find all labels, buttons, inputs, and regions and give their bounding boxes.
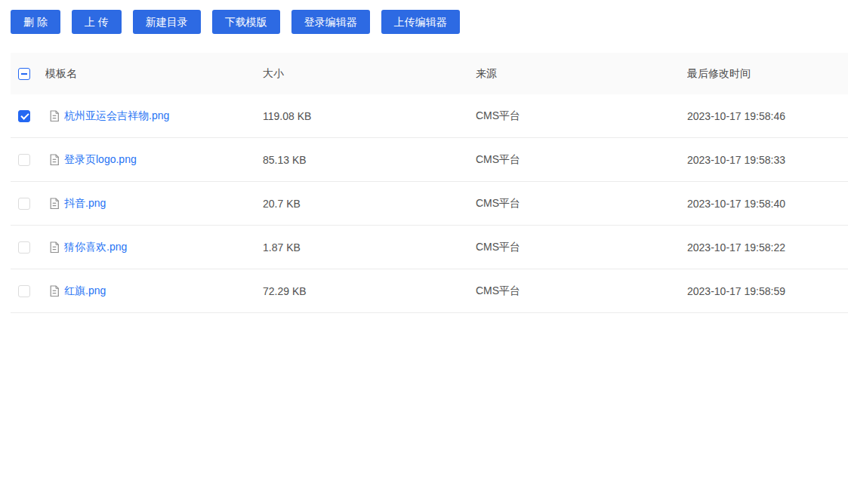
row-checkbox-cell bbox=[11, 285, 45, 297]
row-checkbox[interactable] bbox=[18, 198, 30, 210]
row-checkbox-cell bbox=[11, 110, 45, 122]
file-modified-cell: 2023-10-17 19:58:40 bbox=[687, 198, 848, 210]
file-size-cell: 85.13 KB bbox=[263, 154, 476, 166]
header-checkbox-cell bbox=[11, 68, 45, 80]
table-body: 杭州亚运会吉祥物.png 119.08 KB CMS平台 2023-10-17 … bbox=[11, 94, 848, 313]
row-checkbox[interactable] bbox=[18, 154, 30, 166]
file-modified-cell: 2023-10-17 19:58:46 bbox=[687, 110, 848, 122]
file-document-icon bbox=[49, 198, 60, 210]
row-checkbox[interactable] bbox=[18, 110, 30, 122]
row-checkbox[interactable] bbox=[18, 285, 30, 297]
column-header-modified: 最后修改时间 bbox=[687, 67, 848, 81]
file-modified-cell: 2023-10-17 19:58:22 bbox=[687, 241, 848, 254]
column-header-name: 模板名 bbox=[45, 67, 263, 81]
table-row: 登录页logo.png 85.13 KB CMS平台 2023-10-17 19… bbox=[11, 138, 848, 182]
file-name-link[interactable]: 红旗.png bbox=[64, 284, 106, 298]
file-modified-cell: 2023-10-17 19:58:33 bbox=[687, 154, 848, 166]
file-size-cell: 1.87 KB bbox=[263, 241, 476, 254]
file-source-cell: CMS平台 bbox=[476, 284, 687, 298]
column-header-source: 来源 bbox=[476, 67, 687, 81]
file-name-link[interactable]: 猜你喜欢.png bbox=[64, 241, 127, 254]
login-editor-button[interactable]: 登录编辑器 bbox=[291, 10, 370, 34]
upload-button[interactable]: 上 传 bbox=[72, 10, 122, 34]
column-header-size: 大小 bbox=[263, 67, 476, 81]
toolbar: 删 除 上 传 新建目录 下载模版 登录编辑器 上传编辑器 bbox=[0, 0, 848, 34]
row-checkbox-cell bbox=[11, 241, 45, 254]
table-row: 红旗.png 72.29 KB CMS平台 2023-10-17 19:58:5… bbox=[11, 269, 848, 313]
download-template-button[interactable]: 下载模版 bbox=[212, 10, 280, 34]
file-source-cell: CMS平台 bbox=[476, 153, 687, 167]
file-name-cell: 杭州亚运会吉祥物.png bbox=[45, 109, 263, 123]
row-checkbox-cell bbox=[11, 154, 45, 166]
table-row: 猜你喜欢.png 1.87 KB CMS平台 2023-10-17 19:58:… bbox=[11, 226, 848, 269]
file-document-icon bbox=[49, 154, 60, 166]
file-document-icon bbox=[49, 285, 60, 297]
file-size-cell: 72.29 KB bbox=[263, 285, 476, 297]
file-name-cell: 猜你喜欢.png bbox=[45, 241, 263, 254]
new-directory-button[interactable]: 新建目录 bbox=[133, 10, 201, 34]
file-source-cell: CMS平台 bbox=[476, 197, 687, 211]
file-source-cell: CMS平台 bbox=[476, 109, 687, 123]
select-all-checkbox[interactable] bbox=[18, 68, 30, 80]
file-name-link[interactable]: 杭州亚运会吉祥物.png bbox=[64, 109, 169, 123]
file-source-cell: CMS平台 bbox=[476, 241, 687, 254]
table-header-row: 模板名 大小 来源 最后修改时间 bbox=[11, 53, 848, 94]
table-row: 杭州亚运会吉祥物.png 119.08 KB CMS平台 2023-10-17 … bbox=[11, 94, 848, 138]
file-name-cell: 登录页logo.png bbox=[45, 153, 263, 167]
row-checkbox-cell bbox=[11, 198, 45, 210]
delete-button[interactable]: 删 除 bbox=[11, 10, 60, 34]
file-name-link[interactable]: 抖音.png bbox=[64, 197, 106, 211]
file-document-icon bbox=[49, 241, 60, 254]
row-checkbox[interactable] bbox=[18, 241, 30, 254]
upload-editor-button[interactable]: 上传编辑器 bbox=[381, 10, 460, 34]
file-modified-cell: 2023-10-17 19:58:59 bbox=[687, 285, 848, 297]
file-name-cell: 红旗.png bbox=[45, 284, 263, 298]
file-name-cell: 抖音.png bbox=[45, 197, 263, 211]
file-size-cell: 20.7 KB bbox=[263, 198, 476, 210]
file-table: 模板名 大小 来源 最后修改时间 杭州亚运会吉祥物.png 119.08 KB … bbox=[11, 53, 848, 313]
file-size-cell: 119.08 KB bbox=[263, 110, 476, 122]
table-row: 抖音.png 20.7 KB CMS平台 2023-10-17 19:58:40 bbox=[11, 182, 848, 226]
file-name-link[interactable]: 登录页logo.png bbox=[64, 153, 137, 167]
file-document-icon bbox=[49, 110, 60, 122]
